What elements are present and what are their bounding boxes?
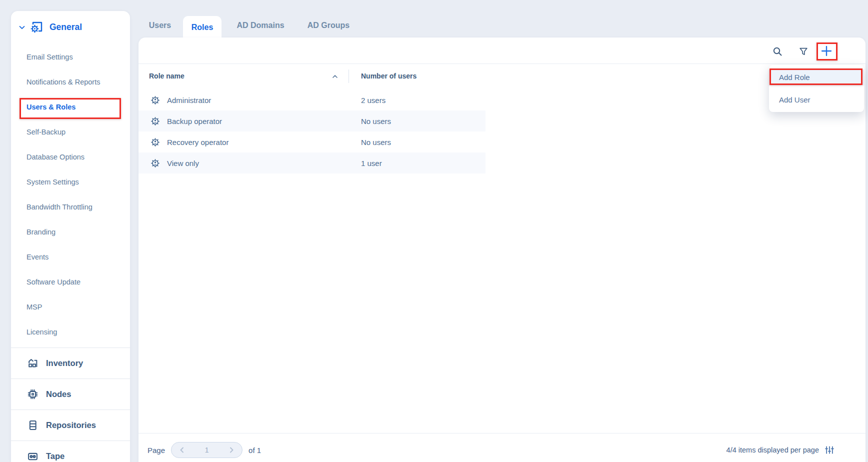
role-name: Recovery operator xyxy=(167,138,228,146)
items-per-page-label: 4/4 items displayed per page xyxy=(726,446,819,454)
sidebar-item-system-settings[interactable]: System Settings xyxy=(11,170,130,194)
role-name: Backup operator xyxy=(167,117,222,126)
sidebar-item-database-options[interactable]: Database Options xyxy=(11,144,130,170)
sidebar-item-licensing[interactable]: Licensing xyxy=(11,320,130,344)
sidebar-item-bandwidth-throttling[interactable]: Bandwidth Throttling xyxy=(11,194,130,220)
add-icon[interactable] xyxy=(820,44,834,58)
inventory-icon xyxy=(26,356,40,370)
items-per-page: 4/4 items displayed per page xyxy=(726,442,834,458)
current-page-input[interactable]: 1 xyxy=(205,446,209,454)
tab-ad-groups[interactable]: AD Groups xyxy=(308,21,350,30)
tab-ad-domains[interactable]: AD Domains xyxy=(236,21,284,30)
page-of-label: of 1 xyxy=(248,446,261,454)
table-row-administrator[interactable]: Administrator 2 users xyxy=(138,90,486,110)
sidebar-item-events[interactable]: Events xyxy=(11,244,130,270)
tape-icon xyxy=(26,450,40,462)
roles-table: Administrator 2 users Backup operator No… xyxy=(138,90,486,174)
page-size-settings-icon[interactable] xyxy=(824,445,834,455)
general-gear-icon xyxy=(29,20,44,34)
add-dropdown-menu: Add Role Add User xyxy=(769,65,864,112)
chevron-right-icon[interactable] xyxy=(228,446,235,454)
sidebar-section-label: Nodes xyxy=(46,390,71,399)
tab-roles[interactable]: Roles xyxy=(183,16,222,39)
tab-users[interactable]: Users xyxy=(149,21,171,30)
sidebar-section-label: Inventory xyxy=(46,358,83,368)
sidebar-item-msp[interactable]: MSP xyxy=(11,294,130,320)
sidebar-general-items: Email Settings Notifications & Reports U… xyxy=(11,44,130,344)
page-selector: 1 xyxy=(171,442,242,458)
chevron-down-icon[interactable] xyxy=(18,24,26,32)
table-row-view-only[interactable]: View only 1 user xyxy=(138,152,486,174)
nodes-icon xyxy=(26,388,40,401)
sidebar-section-repositories[interactable]: Repositories xyxy=(11,410,130,440)
sidebar-section-tape[interactable]: Tape xyxy=(11,440,130,462)
repositories-icon xyxy=(26,418,40,432)
toolbar-divider xyxy=(138,64,866,64)
sidebar-item-notifications-reports[interactable]: Notifications & Reports xyxy=(11,70,130,94)
role-icon xyxy=(150,138,160,147)
search-icon[interactable] xyxy=(772,46,784,58)
column-divider xyxy=(348,70,349,83)
sidebar-item-users-roles[interactable]: Users & Roles xyxy=(11,94,130,120)
settings-page: General Email Settings Notifications & R… xyxy=(0,0,868,462)
table-row-backup-operator[interactable]: Backup operator No users xyxy=(138,110,486,132)
sidebar-sections: Inventory Nodes xyxy=(11,348,130,462)
role-user-count: 1 user xyxy=(361,159,382,168)
role-icon xyxy=(150,116,160,126)
column-header-number-of-users[interactable]: Number of users xyxy=(361,72,416,80)
tab-roles-label: Roles xyxy=(192,23,214,32)
sort-asc-icon[interactable] xyxy=(332,74,338,80)
sidebar-section-nodes[interactable]: Nodes xyxy=(11,378,130,410)
table-row-recovery-operator[interactable]: Recovery operator No users xyxy=(138,132,486,152)
menu-item-add-role[interactable]: Add Role xyxy=(769,70,864,86)
role-icon xyxy=(150,96,160,105)
roles-panel: Role name Number of users Administrator … xyxy=(138,38,866,462)
role-name: View only xyxy=(167,159,199,168)
sidebar-item-software-update[interactable]: Software Update xyxy=(11,270,130,294)
pagination: Page 1 of 1 xyxy=(148,442,261,458)
sidebar-item-email-settings[interactable]: Email Settings xyxy=(11,44,130,70)
sidebar-section-label: Repositories xyxy=(46,420,96,430)
sidebar-group-general[interactable]: General xyxy=(11,11,130,43)
settings-sidebar: General Email Settings Notifications & R… xyxy=(11,11,130,462)
role-user-count: 2 users xyxy=(361,96,386,104)
column-header-role-name[interactable]: Role name xyxy=(149,72,184,80)
footer-divider xyxy=(138,433,866,434)
filter-icon[interactable] xyxy=(798,46,809,57)
role-icon xyxy=(150,158,160,168)
page-label: Page xyxy=(148,446,165,454)
sidebar-group-general-label: General xyxy=(50,22,82,32)
sidebar-section-label: Tape xyxy=(46,452,64,461)
sidebar-item-branding[interactable]: Branding xyxy=(11,220,130,244)
role-user-count: No users xyxy=(361,138,391,146)
role-user-count: No users xyxy=(361,117,391,126)
role-name: Administrator xyxy=(167,96,211,104)
sidebar-section-inventory[interactable]: Inventory xyxy=(11,348,130,378)
menu-item-add-user[interactable]: Add User xyxy=(769,92,864,108)
chevron-left-icon[interactable] xyxy=(178,446,186,454)
sidebar-item-self-backup[interactable]: Self-Backup xyxy=(11,120,130,144)
